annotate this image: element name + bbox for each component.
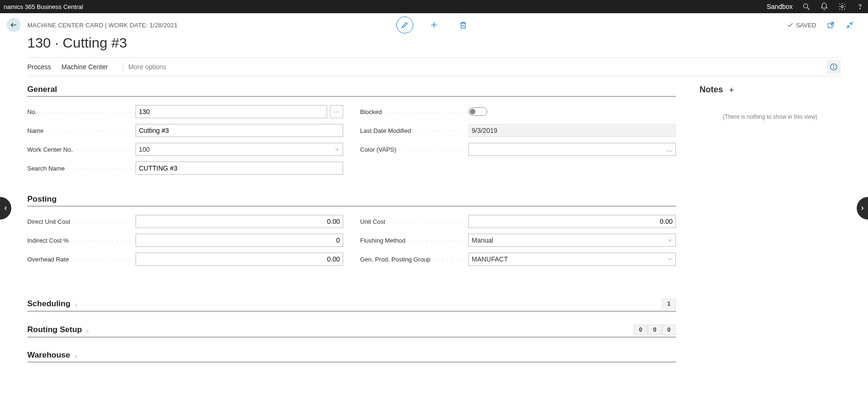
settings-icon[interactable] bbox=[838, 2, 846, 11]
work-center-no-label: Work Center No. bbox=[27, 146, 136, 153]
edit-button[interactable] bbox=[396, 16, 413, 33]
name-input[interactable] bbox=[136, 124, 343, 137]
chevron-down-icon bbox=[667, 256, 673, 263]
fasttab-routing-label: Routing Setup bbox=[27, 325, 82, 334]
breadcrumb: MACHINE CENTER CARD | WORK DATE: 1/28/20… bbox=[27, 22, 177, 29]
chevron-right-icon bbox=[73, 352, 79, 358]
saved-label: SAVED bbox=[796, 22, 816, 29]
overhead-rate-input[interactable] bbox=[136, 253, 343, 266]
fasttab-general-header[interactable]: General bbox=[27, 85, 676, 97]
notes-header[interactable]: Notes bbox=[699, 85, 841, 95]
svg-point-17 bbox=[833, 65, 834, 65]
action-bar: Process Machine Center More options bbox=[27, 57, 841, 76]
fasttab-warehouse-header[interactable]: Warehouse bbox=[27, 351, 676, 362]
svg-line-13 bbox=[846, 26, 849, 28]
app-title: namics 365 Business Central bbox=[4, 3, 83, 10]
app-topbar: namics 365 Business Central Sandbox bbox=[0, 0, 868, 13]
chevron-down-icon bbox=[667, 237, 673, 245]
page-title: 130 · Cutting #3 bbox=[0, 32, 868, 57]
action-machine-center[interactable]: Machine Center bbox=[62, 63, 114, 71]
search-name-input[interactable] bbox=[136, 162, 343, 175]
gen-prod-posting-label: Gen. Prod. Posting Group bbox=[360, 256, 468, 263]
svg-rect-7 bbox=[461, 23, 466, 28]
page-header: MACHINE CENTER CARD | WORK DATE: 1/28/20… bbox=[0, 13, 868, 32]
add-note-icon[interactable] bbox=[728, 86, 735, 94]
fasttab-scheduling-label: Scheduling bbox=[27, 299, 71, 309]
collapse-icon[interactable] bbox=[845, 21, 854, 29]
back-button[interactable] bbox=[7, 18, 21, 32]
overhead-rate-label: Overhead Rate bbox=[27, 256, 136, 263]
routing-badge-1: 0 bbox=[648, 325, 662, 335]
action-more-options[interactable]: More options bbox=[128, 63, 172, 71]
fasttab-warehouse-label: Warehouse bbox=[27, 351, 70, 360]
flushing-method-label: Flushing Method bbox=[360, 237, 468, 244]
no-label: No. bbox=[27, 108, 136, 115]
help-icon[interactable] bbox=[856, 2, 864, 11]
fasttab-routing-header[interactable]: Routing Setup 0 0 0 bbox=[27, 325, 676, 337]
unit-cost-input[interactable] bbox=[468, 215, 676, 228]
routing-badge-2: 0 bbox=[662, 325, 676, 335]
search-icon[interactable] bbox=[802, 2, 811, 11]
notes-heading-label: Notes bbox=[699, 85, 723, 95]
chevron-right-icon bbox=[85, 327, 90, 333]
fasttab-posting-header[interactable]: Posting bbox=[27, 195, 676, 206]
no-input[interactable] bbox=[136, 105, 327, 118]
flushing-method-select[interactable]: Manual bbox=[468, 234, 676, 247]
blocked-toggle[interactable] bbox=[468, 107, 487, 116]
fasttab-posting-label: Posting bbox=[27, 195, 56, 204]
chevron-right-icon bbox=[73, 301, 79, 307]
fasttab-scheduling-header[interactable]: Scheduling 1 bbox=[27, 299, 676, 311]
factbox-pane: Notes (There is nothing to show in this … bbox=[699, 85, 841, 362]
gen-prod-posting-value: MANUFACT bbox=[472, 255, 508, 263]
indirect-cost-label: Indirect Cost % bbox=[27, 237, 136, 244]
search-name-label: Search Name bbox=[27, 165, 136, 172]
blocked-label: Blocked bbox=[360, 108, 468, 115]
scheduling-badge: 1 bbox=[662, 299, 676, 309]
fasttab-general-label: General bbox=[27, 85, 57, 94]
gen-prod-posting-select[interactable]: MANUFACT bbox=[468, 253, 676, 266]
svg-point-2 bbox=[841, 6, 844, 8]
unit-cost-label: Unit Cost bbox=[360, 218, 468, 225]
svg-point-3 bbox=[860, 8, 860, 9]
indirect-cost-input[interactable] bbox=[136, 234, 343, 247]
notifications-icon[interactable] bbox=[820, 2, 828, 11]
name-label: Name bbox=[27, 127, 136, 134]
popout-icon[interactable] bbox=[827, 21, 835, 29]
direct-unit-cost-label: Direct Unit Cost bbox=[27, 218, 136, 225]
work-center-no-select[interactable]: 100 bbox=[136, 143, 343, 156]
action-process[interactable]: Process bbox=[27, 63, 57, 71]
last-modified-label: Last Date Modified bbox=[360, 127, 468, 134]
svg-line-14 bbox=[851, 22, 853, 24]
no-lookup-button[interactable]: ··· bbox=[330, 105, 343, 118]
new-button[interactable] bbox=[426, 16, 442, 33]
notes-empty-text: (There is nothing to show in this view) bbox=[699, 114, 841, 120]
saved-indicator: SAVED bbox=[787, 22, 816, 29]
delete-button[interactable] bbox=[455, 16, 472, 33]
chevron-down-icon bbox=[334, 146, 340, 154]
routing-badge-0: 0 bbox=[634, 325, 648, 335]
work-center-no-value: 100 bbox=[139, 146, 150, 153]
action-separator bbox=[123, 62, 123, 72]
factbox-toggle-icon[interactable] bbox=[827, 60, 841, 74]
svg-line-1 bbox=[807, 8, 810, 10]
flushing-method-value: Manual bbox=[472, 237, 493, 244]
ellipsis-icon: ··· bbox=[667, 147, 673, 154]
color-select[interactable]: ··· bbox=[468, 143, 676, 156]
direct-unit-cost-input[interactable] bbox=[136, 215, 343, 228]
environment-badge: Sandbox bbox=[767, 3, 793, 10]
color-label: Color (VAPS) bbox=[360, 146, 468, 153]
svg-point-0 bbox=[804, 4, 808, 8]
last-modified-value: 9/3/2019 bbox=[468, 124, 676, 137]
